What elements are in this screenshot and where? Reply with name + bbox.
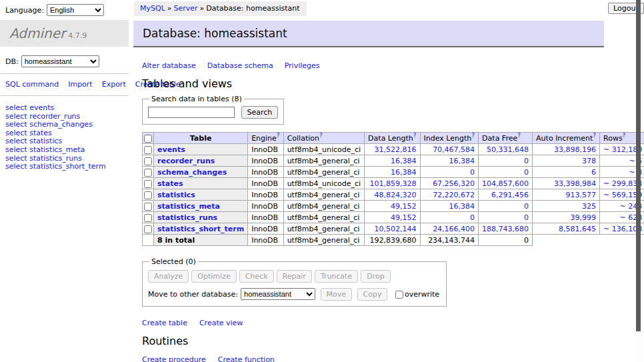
index-length-link[interactable]: 70,467,584 [433,145,475,154]
create-procedure-link[interactable]: Create procedure [142,355,206,362]
privileges-link[interactable]: Privileges [285,61,320,70]
help-icon[interactable]: ? [413,132,417,139]
auto-increment-link[interactable]: 39,999 [571,213,597,222]
data-free-link[interactable]: 0 [524,213,529,222]
table-name-link[interactable]: recorder_runs [157,157,215,165]
engine-cell: InnoDB [248,223,283,235]
create-view-link[interactable]: Create view [199,319,243,327]
data-free-link[interactable]: 188,743,680 [482,225,529,233]
copy-button[interactable]: Copy [357,288,388,301]
row-checkbox[interactable] [144,203,152,211]
table-row: statisticsInnoDButf8mb4_general_ci48,824… [143,189,644,201]
index-length-link[interactable]: 67,256,320 [433,179,475,188]
sidebar-select-link[interactable]: select events [5,104,129,113]
sidebar-select-link[interactable]: select statistics_short_term [5,163,129,171]
truncate-button[interactable]: Truncate [315,270,358,283]
breadcrumb-mysql[interactable]: MySQL [140,4,165,13]
analyze-button[interactable]: Analyze [148,270,189,283]
overwrite-checkbox[interactable] [395,291,403,299]
row-checkbox[interactable] [144,180,152,188]
index-length-link[interactable]: 0 [470,168,475,177]
auto-increment-link[interactable]: 913,577 [566,191,597,199]
table-name-link[interactable]: events [157,145,185,154]
data-length-link[interactable]: 16,384 [391,168,417,177]
repair-button[interactable]: Repair [277,270,312,283]
data-length-link[interactable]: 49,152 [391,202,417,211]
data-free-link[interactable]: 104,857,600 [482,179,529,188]
move-button[interactable]: Move [321,288,353,301]
vertical-scrollbar[interactable] [636,0,641,362]
help-icon[interactable]: ? [319,132,323,139]
data-length-link[interactable]: 101,859,328 [370,179,417,188]
help-icon[interactable]: ? [623,132,626,139]
create-table-link[interactable]: Create table [142,319,187,327]
app-name[interactable]: Adminer [9,25,65,41]
db-select[interactable]: homeassistant [21,55,99,67]
table-name-link[interactable]: statistics_short_term [157,225,244,233]
table-name-link[interactable]: statistics_meta [157,202,220,211]
help-icon[interactable]: ? [471,132,475,139]
auto-increment-link[interactable]: 6 [591,168,596,177]
optimize-button[interactable]: Optimize [191,270,236,283]
search-input[interactable] [148,107,235,118]
column-header-table[interactable]: Table [154,133,248,144]
row-checkbox[interactable] [144,169,152,177]
auto-increment-link[interactable]: 33,398,984 [554,179,596,188]
selected-fieldset: Selected (0) AnalyzeOptimizeCheckRepairT… [142,257,447,307]
language-select[interactable]: English [47,4,104,16]
data-free-link[interactable]: 6,291,456 [491,191,529,199]
data-free-link[interactable]: 0 [524,168,529,177]
sidebar-link-import[interactable]: Import [68,80,93,89]
table-name-link[interactable]: statistics_runs [157,213,217,222]
auto-increment-link[interactable]: 8,581,645 [559,225,596,233]
row-checkbox[interactable] [144,157,152,165]
search-button[interactable]: Search [241,106,279,119]
check-button[interactable]: Check [239,270,274,283]
index-length-link[interactable]: 0 [470,213,475,222]
help-icon[interactable]: ? [517,132,521,139]
row-checkbox[interactable] [144,225,152,233]
row-checkbox-cell [143,212,154,223]
auto-increment-link[interactable]: 378 [582,157,596,165]
row-checkbox[interactable] [144,214,152,222]
total-data-length: 192,839,680 [365,235,420,246]
row-checkbox[interactable] [144,191,152,199]
select-all-checkbox[interactable] [144,135,152,143]
data-free-link[interactable]: 50,331,648 [487,145,529,154]
auto-increment-link[interactable]: 325 [582,202,596,211]
data-length-link[interactable]: 49,152 [391,213,417,222]
data-length-link[interactable]: 16,384 [391,157,417,165]
sidebar-divider [0,95,129,96]
index-length-link[interactable]: 72,220,672 [433,191,475,199]
sidebar-table-links: select eventsselect recorder_runsselect … [5,104,129,171]
data-length-link[interactable]: 31,522,816 [375,145,417,154]
table-name-link[interactable]: schema_changes [157,168,227,177]
table-name-link[interactable]: statistics [157,191,195,199]
row-checkbox[interactable] [144,146,152,154]
index-length-link[interactable]: 16,384 [449,157,475,165]
sidebar-select-link[interactable]: select statistics_meta [5,146,129,155]
move-database-select[interactable]: homeassistant [241,288,315,300]
database-schema-link[interactable]: Database schema [207,61,273,70]
alter-database-link[interactable]: Alter database [142,61,196,70]
sidebar-link-export[interactable]: Export [102,80,126,89]
help-icon[interactable]: ? [593,132,596,139]
data-free-link[interactable]: 0 [524,202,529,211]
data-length-link[interactable]: 10,502,144 [375,225,417,233]
auto-increment-link[interactable]: 33,898,196 [554,145,596,154]
help-icon[interactable]: ? [277,132,280,139]
data-length-link[interactable]: 48,824,320 [375,191,417,199]
create-links: Create tableCreate view [142,319,604,327]
create-function-link[interactable]: Create function [218,355,275,362]
app-version[interactable]: 4.7.9 [68,31,87,40]
drop-button[interactable]: Drop [361,270,390,283]
sidebar-link-sql-command[interactable]: SQL command [5,80,59,89]
index-length-link[interactable]: 16,384 [449,202,475,211]
sidebar-select-link[interactable]: select schema_changes [5,121,129,129]
breadcrumb-server[interactable]: Server [174,4,198,13]
scrollbar-thumb[interactable] [636,0,641,331]
index-length-link[interactable]: 24,166,400 [433,225,475,233]
table-name-cell: statistics_short_term [154,223,248,235]
table-name-link[interactable]: states [157,179,183,188]
data-free-link[interactable]: 0 [524,157,529,165]
